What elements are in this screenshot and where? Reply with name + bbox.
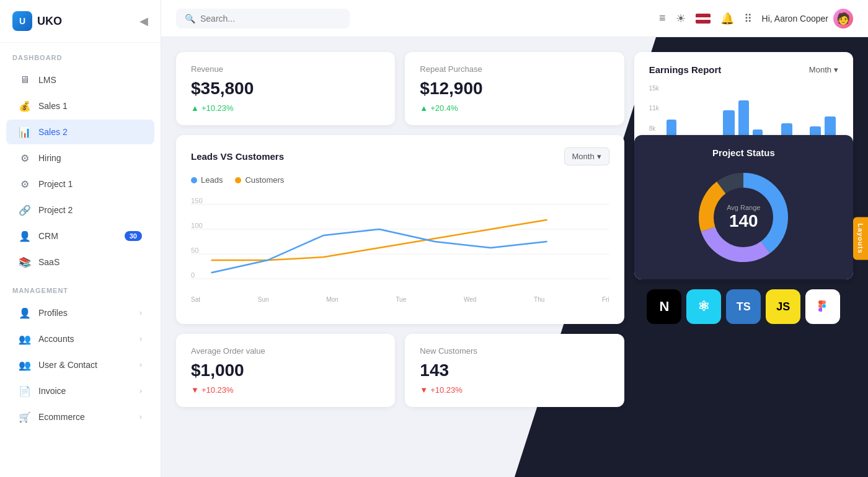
revenue-value: $35,800 bbox=[191, 79, 380, 98]
sidebar-item-saas[interactable]: 📚 SaaS bbox=[6, 250, 154, 274]
legend-customers: Customers bbox=[235, 175, 284, 185]
search-box[interactable]: 🔍 bbox=[176, 9, 350, 28]
section-label-management: MANAGEMENT bbox=[0, 276, 161, 299]
sidebar-item-profiles[interactable]: 👤 Profiles › bbox=[6, 300, 154, 325]
header-actions: ≡ ☀ 🔔 ⠿ Hi, Aaron Cooper 🧑 bbox=[659, 9, 853, 28]
new-customers-down-icon: ▼ bbox=[420, 385, 428, 395]
sidebar-item-lms-label: LMS bbox=[38, 75, 142, 85]
leads-title: Leads VS Customers bbox=[191, 151, 284, 162]
grid-icon[interactable]: ⠿ bbox=[744, 12, 752, 25]
repeat-purchase-value: $12,900 bbox=[420, 79, 609, 98]
sidebar-item-accounts-label: Accounts bbox=[38, 334, 132, 344]
menu-icon[interactable]: ≡ bbox=[659, 12, 666, 25]
stat-card-new-customers: New Customers 143 ▼ +10.23% bbox=[405, 334, 624, 407]
section-label-dashboard: DASHBOARD bbox=[0, 43, 161, 66]
donut-value: 140 bbox=[727, 211, 760, 231]
sidebar-item-invoice[interactable]: 📄 Invoice › bbox=[6, 379, 154, 403]
legend-customers-label: Customers bbox=[245, 175, 284, 185]
stat-card-revenue: Revenue $35,800 ▲ +10.23% bbox=[176, 52, 395, 125]
sidebar-item-user-contact[interactable]: 👥 User & Contact › bbox=[6, 352, 154, 377]
sidebar-item-sales2[interactable]: 📊 Sales 2 bbox=[6, 120, 154, 144]
typescript-icon: TS bbox=[726, 289, 761, 324]
leads-dot bbox=[191, 177, 197, 183]
crm-icon: 👤 bbox=[19, 230, 31, 242]
earnings-header: Earnings Report Month ▾ bbox=[649, 64, 838, 75]
new-customers-value: 143 bbox=[420, 361, 609, 380]
user-info: Hi, Aaron Cooper 🧑 bbox=[762, 9, 853, 28]
revenue-up-icon: ▲ bbox=[191, 103, 199, 113]
sidebar-item-profiles-label: Profiles bbox=[38, 308, 132, 318]
collapse-button[interactable]: ◀ bbox=[140, 14, 148, 28]
repeat-up-icon: ▲ bbox=[420, 103, 428, 113]
search-input[interactable] bbox=[200, 14, 324, 24]
earnings-period: Month bbox=[809, 65, 831, 74]
layouts-tab[interactable]: Layouts bbox=[853, 217, 868, 260]
earnings-month-select[interactable]: Month ▾ bbox=[809, 65, 838, 74]
sidebar-item-project1[interactable]: ⚙ Project 1 bbox=[6, 172, 154, 196]
theme-icon[interactable]: ☀ bbox=[676, 12, 686, 25]
crm-badge: 30 bbox=[125, 231, 142, 241]
sidebar-item-hiring[interactable]: ⚙ Hiring bbox=[6, 146, 154, 170]
new-customers-change-value: +10.23% bbox=[430, 385, 463, 395]
logo: U UKO bbox=[12, 11, 62, 31]
sidebar-item-project2-label: Project 2 bbox=[38, 205, 142, 215]
sidebar-item-project2[interactable]: 🔗 Project 2 bbox=[6, 198, 154, 222]
svg-text:0: 0 bbox=[191, 272, 195, 279]
leads-dropdown-icon: ▾ bbox=[597, 152, 601, 161]
accounts-chevron-icon: › bbox=[140, 335, 142, 343]
dashboard-grid: Revenue $35,800 ▲ +10.23% Repeat Purchas… bbox=[176, 52, 853, 407]
avg-order-label: Average Order value bbox=[191, 346, 380, 356]
project-donut-container: Avg Range 140 bbox=[649, 168, 838, 267]
new-customers-label: New Customers bbox=[420, 346, 609, 356]
sidebar-item-invoice-label: Invoice bbox=[38, 386, 132, 396]
sidebar-item-crm[interactable]: 👤 CRM 30 bbox=[6, 224, 154, 248]
header: 🔍 ≡ ☀ 🔔 ⠿ Hi, Aaron Cooper 🧑 bbox=[161, 0, 868, 37]
customers-dot bbox=[235, 177, 241, 183]
avg-order-change-value: +10.23% bbox=[202, 385, 234, 395]
leads-x-labels: Sat Sun Mon Tue Wed Thu Fri bbox=[191, 294, 609, 305]
revenue-change: ▲ +10.23% bbox=[191, 103, 380, 113]
legend-leads-label: Leads bbox=[201, 175, 223, 185]
logo-icon: U bbox=[12, 11, 32, 31]
svg-text:50: 50 bbox=[191, 247, 199, 254]
figma-icon bbox=[805, 289, 840, 324]
earnings-title: Earnings Report bbox=[649, 64, 722, 75]
avatar: 🧑 bbox=[833, 9, 853, 28]
sidebar-item-user-contact-label: User & Contact bbox=[38, 360, 132, 370]
sales1-icon: 💰 bbox=[19, 100, 31, 112]
legend-leads: Leads bbox=[191, 175, 223, 185]
sidebar-item-saas-label: SaaS bbox=[38, 257, 142, 267]
invoice-icon: 📄 bbox=[19, 385, 31, 397]
leads-period: Month bbox=[572, 152, 595, 161]
javascript-icon: JS bbox=[766, 289, 800, 324]
user-contact-chevron-icon: › bbox=[140, 361, 142, 369]
sales2-icon: 📊 bbox=[19, 126, 31, 138]
leads-month-select[interactable]: Month ▾ bbox=[564, 147, 609, 165]
repeat-purchase-label: Repeat Purchase bbox=[420, 64, 609, 74]
sidebar-item-ecommerce[interactable]: 🛒 Ecommerce › bbox=[6, 405, 154, 429]
sidebar-item-lms[interactable]: 🖥 LMS bbox=[6, 68, 154, 92]
leads-chart-card: Leads VS Customers Month ▾ Leads Custome… bbox=[176, 135, 624, 324]
sidebar-item-ecommerce-label: Ecommerce bbox=[38, 412, 132, 422]
sidebar-item-sales1-label: Sales 1 bbox=[38, 101, 142, 111]
nextjs-label: N bbox=[659, 299, 669, 315]
project2-icon: 🔗 bbox=[19, 204, 31, 216]
tech-icons-row: N ⚛ TS JS bbox=[634, 289, 853, 324]
profiles-icon: 👤 bbox=[19, 307, 31, 319]
nextjs-icon: N bbox=[647, 289, 681, 324]
notification-icon[interactable]: 🔔 bbox=[720, 12, 734, 25]
earnings-dropdown-icon: ▾ bbox=[834, 65, 838, 74]
logo-area: U UKO ◀ bbox=[0, 0, 161, 43]
hiring-icon: ⚙ bbox=[19, 152, 31, 164]
sidebar-item-sales1[interactable]: 💰 Sales 1 bbox=[6, 94, 154, 118]
js-label: JS bbox=[776, 300, 790, 313]
react-label: ⚛ bbox=[698, 299, 710, 315]
stat-card-avg-order: Average Order value $1,000 ▼ +10.23% bbox=[176, 334, 395, 407]
stat-card-repeat-purchase: Repeat Purchase $12,900 ▲ +20.4% bbox=[405, 52, 624, 125]
sidebar-item-project1-label: Project 1 bbox=[38, 179, 142, 189]
lms-icon: 🖥 bbox=[19, 74, 31, 86]
sidebar-item-accounts[interactable]: 👥 Accounts › bbox=[6, 326, 154, 351]
ts-label: TS bbox=[737, 300, 751, 313]
language-flag-icon[interactable] bbox=[696, 14, 711, 24]
project-status-title: Project Status bbox=[649, 147, 838, 158]
